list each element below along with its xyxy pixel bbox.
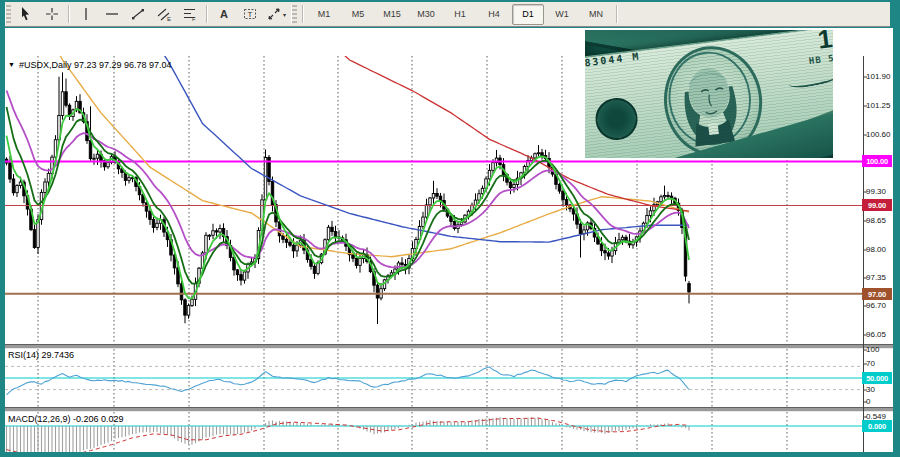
timeframe-button-mn[interactable]: MN xyxy=(580,4,612,25)
timeframe-button-h4[interactable]: H4 xyxy=(478,4,510,25)
bill-serial-number: 283044 M xyxy=(585,51,641,70)
price-level-badge: 97.00 xyxy=(862,288,892,300)
timeframe-button-d1[interactable]: D1 xyxy=(512,4,544,25)
price-axis-tick: 98.65 xyxy=(866,216,886,225)
chart-window: ▼#USDX,Daily 97.23 97.29 96.78 97.04 RSI… xyxy=(0,28,900,457)
toolbar-separator xyxy=(616,5,618,23)
price-axis-tick: 99.30 xyxy=(866,187,886,196)
price-axis-tick: 101.25 xyxy=(866,101,890,110)
rsi-axis-tick: 70 xyxy=(866,359,875,368)
arrows-tool-button[interactable]: ▾ xyxy=(263,3,289,26)
timeframe-button-h1[interactable]: H1 xyxy=(444,4,476,25)
window-frame-right xyxy=(893,0,900,457)
rsi-axis-tick: 0 xyxy=(866,397,870,406)
window-frame-bottom xyxy=(0,452,900,457)
cursor-tool-button[interactable] xyxy=(13,3,39,26)
rsi-axis-tick: 30 xyxy=(866,385,875,394)
svg-text:E: E xyxy=(167,16,171,22)
price-level-badge: 100.00 xyxy=(862,155,892,167)
macd-label: MACD(12,26,9) -0.206 0.029 xyxy=(8,414,124,424)
symbol-title-text: #USDX,Daily 97.23 97.29 96.78 97.04 xyxy=(19,60,172,70)
rsi-level-badge: 50.000 xyxy=(862,372,892,384)
symbol-title: ▼#USDX,Daily 97.23 97.29 96.78 97.04 xyxy=(8,60,172,70)
toolbar-separator xyxy=(68,5,70,23)
rsi-axis-tick: 100 xyxy=(866,345,879,354)
toolbar-separator xyxy=(206,5,208,23)
dollar-bill-photo: 283044 M 100 HB 5728 xyxy=(585,30,833,158)
svg-text:F: F xyxy=(192,16,196,22)
timeframe-button-m30[interactable]: M30 xyxy=(410,4,442,25)
price-level-badge: 99.00 xyxy=(862,199,892,211)
macd-level-badge: 0.000 xyxy=(862,420,892,432)
equidistant-channel-tool-button[interactable]: E xyxy=(151,3,177,26)
terminal-window: EFAT▾M1M5M15M30H1H4D1W1MN ▼#USDX,Daily 9… xyxy=(0,0,900,457)
timeframe-button-m1[interactable]: M1 xyxy=(308,4,340,25)
svg-text:A: A xyxy=(220,8,228,20)
timeframe-button-m5[interactable]: M5 xyxy=(342,4,374,25)
price-axis-tick: 96.70 xyxy=(866,301,886,310)
toolbar-grip[interactable] xyxy=(291,5,297,23)
federal-reserve-seal xyxy=(593,96,640,143)
bill-signature xyxy=(788,69,833,91)
window-frame-left xyxy=(0,0,5,457)
crosshair-tool-button[interactable] xyxy=(39,3,65,26)
timeframe-button-m15[interactable]: M15 xyxy=(376,4,408,25)
rsi-label: RSI(14) 29.7436 xyxy=(8,350,74,360)
vertical-line-tool-button[interactable] xyxy=(73,3,99,26)
price-axis-tick: 98.00 xyxy=(866,245,886,254)
horizontal-line-tool-button[interactable] xyxy=(99,3,125,26)
symbol-marker-icon: ▼ xyxy=(8,61,15,68)
price-axis-tick: 101.90 xyxy=(866,72,890,81)
toolbar-grip[interactable] xyxy=(5,5,11,23)
bill-denomination: 100 xyxy=(816,30,833,56)
timeframe-button-w1[interactable]: W1 xyxy=(546,4,578,25)
toolbar-separator xyxy=(302,5,304,23)
chevron-down-icon: ▾ xyxy=(283,11,286,18)
window-frame-top xyxy=(0,0,900,2)
price-axis-tick: 97.35 xyxy=(866,273,886,282)
text-label-tool-button[interactable]: T xyxy=(237,3,263,26)
fibonacci-tool-button[interactable]: F xyxy=(177,3,203,26)
trend-line-tool-button[interactable] xyxy=(125,3,151,26)
price-axis-tick: 96.05 xyxy=(866,330,886,339)
svg-text:T: T xyxy=(248,10,253,19)
toolbar: EFAT▾M1M5M15M30H1H4D1W1MN xyxy=(0,2,890,27)
price-axis-tick: 100.60 xyxy=(866,130,890,139)
text-tool-button[interactable]: A xyxy=(211,3,237,26)
